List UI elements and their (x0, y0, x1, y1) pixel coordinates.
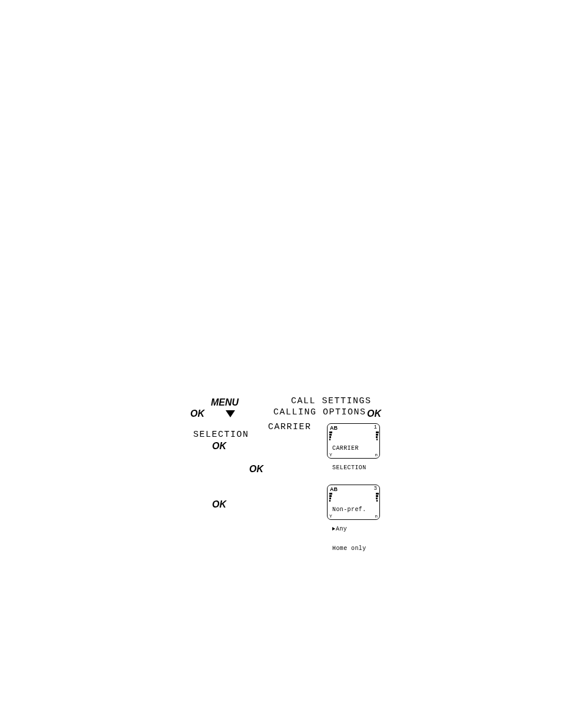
menu-label: MENU (211, 397, 239, 408)
lcd1-ab: AB (330, 425, 338, 431)
carrier-label: CARRIER (268, 422, 312, 432)
lcd2-body: Non-pref. Any Home only (332, 493, 375, 516)
lcd2-line3: Home only (332, 545, 375, 552)
lcd2-index: 3 (374, 486, 377, 492)
ok-label-4: OK (249, 464, 263, 475)
lcd1-body: CARRIER SELECTION Any (332, 432, 375, 454)
ok-label-1: OK (190, 409, 204, 419)
lcd2-ab: AB (330, 486, 338, 492)
lcd2-no: n (375, 513, 378, 519)
lcd1-index: 1 (374, 424, 377, 430)
signal-left-icon (329, 493, 331, 502)
calling-options-label: CALLING OPTIONS (273, 407, 366, 417)
ok-label-2: OK (367, 409, 381, 419)
lcd1-no: n (375, 452, 378, 457)
signal-left-icon (329, 431, 331, 440)
lcd-screen-options: AB 3 Non-pref. Any Home only Y n (327, 485, 380, 520)
ok-label-5: OK (212, 499, 226, 510)
ok-label-3: OK (212, 441, 226, 452)
lcd2-line1: Non-pref. (332, 506, 375, 513)
lcd-screen-carrier: AB 1 CARRIER SELECTION Any Y n (327, 423, 380, 459)
lcd2-yes: Y (329, 513, 332, 519)
lcd1-line2: SELECTION (332, 465, 375, 471)
call-settings-label: CALL SETTINGS (291, 396, 372, 406)
selection-label: SELECTION (193, 430, 249, 440)
lcd2-line2-row: Any (332, 526, 375, 532)
signal-right-icon (376, 493, 378, 502)
signal-right-icon (376, 431, 378, 440)
lcd1-line1: CARRIER (332, 445, 375, 452)
lcd2-line2: Any (336, 526, 347, 532)
down-arrow-icon (226, 410, 235, 417)
lcd1-yes: Y (329, 452, 332, 457)
cursor-icon (332, 527, 335, 531)
